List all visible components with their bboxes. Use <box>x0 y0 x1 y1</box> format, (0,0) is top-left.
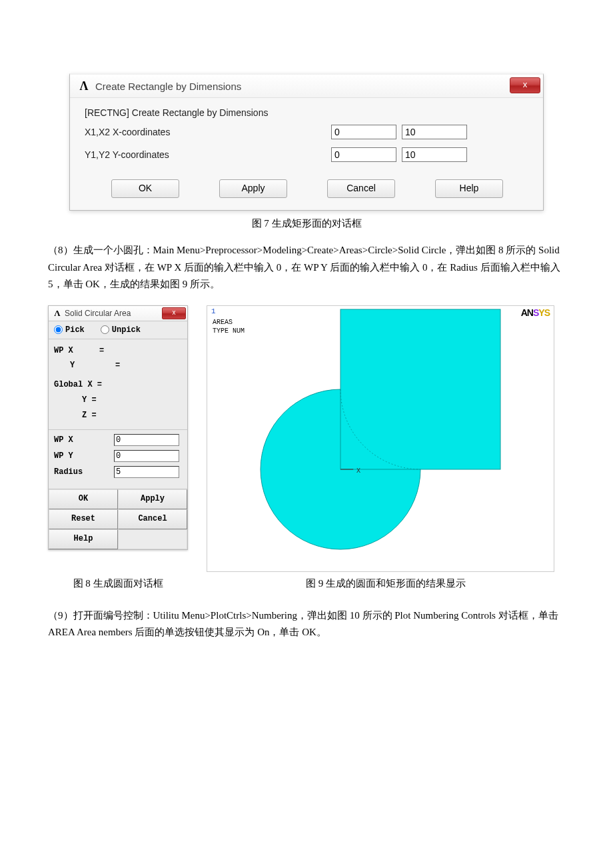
empty-cell <box>118 529 187 549</box>
close-button[interactable]: x <box>162 307 186 319</box>
reset-button[interactable]: Reset <box>49 509 118 529</box>
paragraph-9: （9）打开面编号控制：Utilitu Menu>PlotCtrls>Number… <box>48 607 565 641</box>
wp-x-input[interactable] <box>114 434 179 446</box>
y1-input[interactable] <box>331 147 396 162</box>
create-rectangle-dialog: Λ Create Rectangle by Dimensions x [RECT… <box>69 73 544 211</box>
wp-y-input[interactable] <box>114 450 179 462</box>
global-x-label: Global X = <box>54 377 99 393</box>
global-z-label: Z = <box>54 408 127 423</box>
y2-input[interactable] <box>402 147 467 162</box>
ansys-logo: ANSYS <box>521 307 550 318</box>
pick-radio[interactable]: Pick <box>54 325 85 335</box>
caption-9: 图 9 生成的圆面和矩形面的结果显示 <box>207 577 565 590</box>
ok-button[interactable]: OK <box>111 179 179 198</box>
wp-y-input-label: WP Y <box>54 451 114 461</box>
close-button[interactable]: x <box>510 77 540 93</box>
solid-circular-area-dialog: Λ Solid Circular Area x Pick Unpick WP X… <box>48 305 188 551</box>
wp-x-input-label: WP X <box>54 435 114 445</box>
global-y-label: Y = <box>54 393 127 408</box>
apply-button[interactable]: Apply <box>219 179 287 198</box>
x-axis-label: X <box>356 467 360 475</box>
window-number: 1 <box>211 307 216 315</box>
dialog-titlebar: Λ Solid Circular Area x <box>49 306 187 321</box>
x-coord-label: X1,X2 X-coordinates <box>85 127 331 137</box>
ansys-lambda-icon: Λ <box>78 80 90 92</box>
cancel-button[interactable]: Cancel <box>118 509 187 529</box>
apply-button[interactable]: Apply <box>118 489 187 509</box>
viewport-labels: AREAS TYPE NUM <box>213 318 245 335</box>
wp-x-label: WP X <box>54 343 99 359</box>
ok-button[interactable]: OK <box>49 489 118 509</box>
radius-input[interactable] <box>114 466 179 478</box>
ansys-lambda-icon: Λ <box>53 309 62 318</box>
ansys-graphics-viewport: 1 AREAS TYPE NUM ANSYS <box>207 305 554 572</box>
areas-plot: X <box>207 306 554 571</box>
help-button[interactable]: Help <box>49 529 118 549</box>
y-coord-label: Y1,Y2 Y-coordinates <box>85 149 331 160</box>
cancel-button[interactable]: Cancel <box>327 179 395 198</box>
caption-8: 图 8 生成圆面对话框 <box>48 577 188 590</box>
x2-input[interactable] <box>402 125 467 139</box>
radius-input-label: Radius <box>54 467 114 477</box>
dialog-title: Create Rectangle by Dimensions <box>95 81 241 92</box>
wp-y-label: Y <box>54 358 115 373</box>
caption-7: 图 7 生成矩形面的对话框 <box>48 217 565 230</box>
x1-input[interactable] <box>331 125 396 139</box>
unpick-radio[interactable]: Unpick <box>101 325 141 335</box>
dialog-titlebar: Λ Create Rectangle by Dimensions x <box>70 75 543 98</box>
help-button[interactable]: Help <box>435 179 503 198</box>
command-label: [RECTNG] Create Rectangle by Dimensions <box>85 107 528 118</box>
paragraph-8: （8）生成一个小圆孔：Main Menu>Preprocessor>Modeli… <box>48 242 565 293</box>
svg-rect-1 <box>340 309 500 469</box>
dialog-title: Solid Circular Area <box>65 309 131 318</box>
